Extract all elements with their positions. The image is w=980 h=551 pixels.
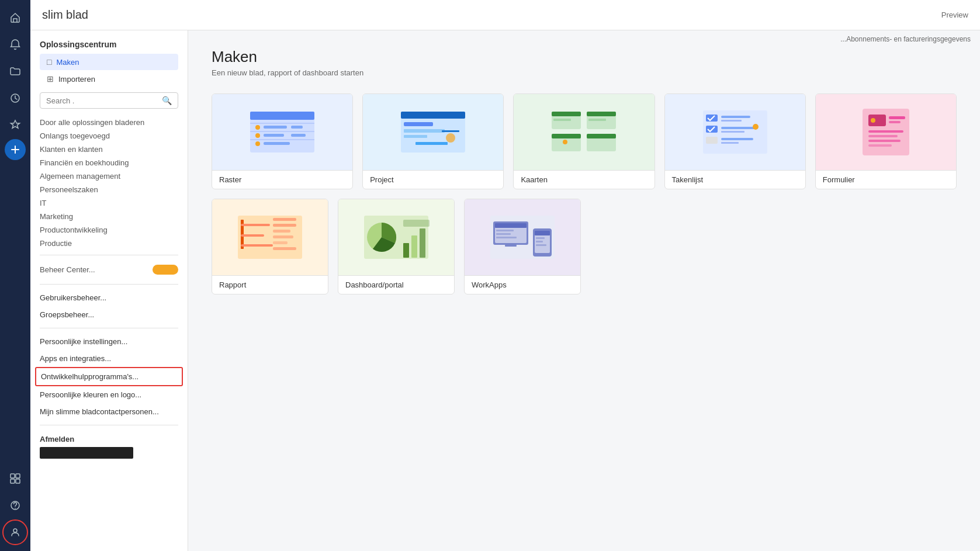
card-preview-raster — [212, 94, 352, 170]
card-dashboard[interactable]: Dashboard/portal — [338, 199, 455, 294]
afmelden-section: Afmelden — [30, 430, 188, 463]
divider-4 — [40, 425, 178, 425]
persoonlijke-instellingen-item[interactable]: Persoonlijke instellingen... — [30, 333, 188, 350]
svg-rect-82 — [495, 223, 527, 228]
svg-rect-92 — [536, 244, 546, 246]
svg-point-16 — [255, 133, 260, 138]
category-alle[interactable]: Door alle oplossingen bladeren — [30, 116, 188, 129]
home-icon[interactable] — [2, 5, 28, 30]
svg-rect-62 — [241, 224, 270, 226]
search-input[interactable] — [46, 96, 162, 105]
svg-point-39 — [563, 140, 567, 144]
svg-rect-36 — [552, 134, 581, 138]
category-productie[interactable]: Productie — [30, 237, 188, 250]
svg-rect-56 — [868, 130, 903, 133]
svg-rect-85 — [496, 237, 517, 238]
star-icon[interactable] — [2, 112, 28, 138]
svg-rect-33 — [587, 112, 616, 116]
importeren-icon: ⊞ — [47, 74, 54, 84]
card-kaarten-label: Kaarten — [514, 170, 654, 189]
svg-rect-68 — [273, 224, 296, 227]
page-subtitle: Een nieuw blad, rapport of dashboard sta… — [212, 68, 957, 77]
card-preview-formulier — [816, 94, 956, 170]
svg-rect-75 — [403, 243, 409, 258]
card-rapport[interactable]: Rapport — [212, 199, 328, 294]
category-marketing[interactable]: Marketing — [30, 210, 188, 223]
grid-icon[interactable] — [2, 466, 28, 491]
persoonlijke-kleuren-item[interactable]: Persoonlijke kleuren en logo... — [30, 386, 188, 403]
card-takenlijst[interactable]: Takenlijst — [664, 93, 806, 189]
bell-icon[interactable] — [2, 32, 28, 57]
sidebar-item-importeren[interactable]: ⊞ Importeren — [40, 71, 178, 87]
category-productontwikkeling[interactable]: Productontwikkeling — [30, 223, 188, 237]
clock-icon[interactable] — [2, 85, 28, 111]
svg-rect-58 — [868, 140, 901, 142]
svg-rect-17 — [264, 134, 284, 137]
beheer-center[interactable]: Beheer Center... ⠀⠀⠀ — [30, 260, 188, 279]
card-formulier-label: Formulier — [816, 170, 956, 189]
svg-rect-57 — [868, 135, 898, 137]
svg-point-6 — [15, 508, 16, 509]
gebruikersbeheer-item[interactable]: Gebruikersbeheer... — [30, 289, 188, 306]
user-icon[interactable] — [2, 519, 28, 545]
svg-rect-47 — [706, 137, 718, 144]
svg-rect-23 — [404, 122, 433, 126]
card-preview-takenlijst — [665, 94, 805, 170]
card-workapps[interactable]: WorkApps — [464, 199, 581, 294]
user-name-bar — [40, 447, 133, 459]
svg-rect-72 — [273, 247, 296, 250]
svg-rect-25 — [404, 135, 427, 138]
svg-rect-34 — [588, 119, 606, 121]
card-preview-workapps — [465, 199, 580, 275]
svg-rect-43 — [721, 120, 742, 122]
category-algemeen[interactable]: Algemeen management — [30, 169, 188, 183]
divider-3 — [40, 328, 178, 328]
card-raster[interactable]: Raster — [212, 93, 353, 189]
category-financien[interactable]: Financiën en boekhouding — [30, 156, 188, 169]
cards-row2: Rapport — [212, 199, 581, 294]
svg-rect-15 — [291, 126, 303, 129]
svg-rect-78 — [403, 220, 430, 227]
page-title: Maken — [212, 48, 957, 66]
afmelden-title: Afmelden — [40, 435, 178, 443]
sidebar-item-maken[interactable]: □ Maken — [40, 54, 178, 70]
svg-rect-27 — [415, 142, 448, 145]
card-preview-kaarten — [514, 94, 654, 170]
ontwikkelhulpprogrammas-item[interactable]: Ontwikkelhulpprogramma's... — [35, 367, 183, 386]
groepsbeheer-item[interactable]: Groepsbeheer... — [30, 306, 188, 323]
search-box[interactable]: 🔍 — [40, 92, 178, 109]
svg-rect-30 — [552, 112, 581, 116]
plus-icon[interactable] — [5, 139, 26, 160]
abonnements-text[interactable]: ...Abonnements- en factureringsgegevens — [840, 35, 971, 43]
card-rapport-label: Rapport — [212, 275, 328, 294]
nav-top — [2, 0, 28, 466]
divider-1 — [40, 255, 178, 255]
help-icon[interactable] — [2, 493, 28, 518]
app-title: slim blad — [42, 8, 88, 22]
svg-rect-31 — [553, 119, 571, 121]
category-it[interactable]: IT — [30, 196, 188, 210]
card-project[interactable]: Project — [362, 93, 504, 189]
card-preview-rapport — [212, 199, 328, 275]
card-kaarten[interactable]: Kaarten — [513, 93, 655, 189]
main-content: ...Abonnements- en factureringsgegevens … — [188, 30, 980, 551]
card-formulier[interactable]: Formulier — [815, 93, 957, 189]
svg-rect-3 — [11, 479, 15, 483]
category-klanten[interactable]: Klanten en klanten — [30, 143, 188, 156]
svg-rect-49 — [721, 142, 739, 144]
category-personeelszaken[interactable]: Personeelszaken — [30, 183, 188, 196]
svg-rect-38 — [587, 134, 616, 138]
categories-list: Door alle oplossingen bladeren Onlangs t… — [30, 116, 188, 250]
category-onlangs[interactable]: Onlangs toegevoegd — [30, 129, 188, 143]
svg-rect-55 — [889, 121, 901, 123]
svg-rect-1 — [11, 474, 15, 478]
svg-point-53 — [871, 118, 875, 123]
svg-rect-42 — [721, 116, 750, 118]
svg-rect-90 — [536, 237, 545, 239]
apps-integraties-item[interactable]: Apps en integraties... — [30, 350, 188, 367]
header-right: Preview — [941, 11, 968, 19]
svg-rect-24 — [404, 129, 445, 133]
mijn-slimme-blad-item[interactable]: Mijn slimme bladcontactpersonen... — [30, 403, 188, 420]
folder-icon[interactable] — [2, 58, 28, 84]
beheer-badge: ⠀⠀⠀ — [153, 265, 178, 275]
